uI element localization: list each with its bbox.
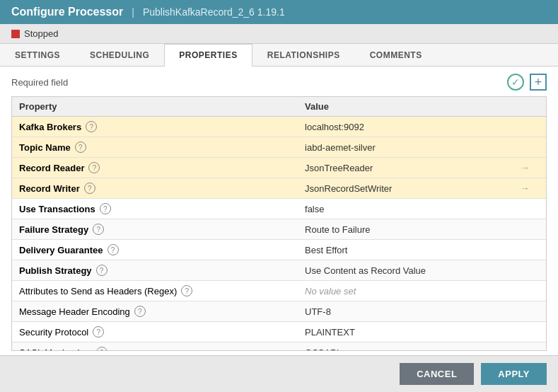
column-value: Value	[298, 97, 504, 117]
property-cell: Publish Strategy ?	[12, 260, 298, 281]
properties-table: Property Value Kafka Brokers ? localhost…	[12, 97, 546, 351]
value-cell: GSSAPI	[298, 342, 504, 352]
table-header-row: Property Value	[12, 97, 546, 117]
property-cell: Security Protocol ?	[12, 322, 298, 342]
property-name: SASL Mechanism	[19, 347, 92, 352]
tab-settings[interactable]: SETTINGS	[0, 44, 75, 66]
property-cell: Delivery Guarantee ?	[12, 240, 298, 260]
no-value-text: No value set	[305, 286, 356, 296]
footer: CANCEL APPLY	[0, 355, 558, 392]
property-name: Message Header Encoding	[19, 306, 130, 317]
value-cell: localhost:9092	[298, 117, 504, 137]
table-row: SASL Mechanism ? GSSAPI	[12, 342, 546, 352]
cancel-button[interactable]: CANCEL	[400, 363, 474, 385]
value-cell: JsonTreeReader	[298, 158, 504, 178]
property-cell: Use Transactions ?	[12, 199, 298, 219]
value-cell: PLAINTEXT	[298, 322, 504, 342]
property-cell: Attributes to Send as Headers (Regex) ?	[12, 281, 298, 301]
help-icon[interactable]: ?	[100, 203, 111, 214]
help-icon[interactable]: ?	[96, 347, 107, 351]
properties-table-container: Property Value Kafka Brokers ? localhost…	[11, 96, 547, 351]
check-icon[interactable]: ✓	[507, 74, 524, 91]
table-row: Use Transactions ? false	[12, 199, 546, 219]
arrow-icon[interactable]: →	[520, 162, 530, 173]
property-cell: Failure Strategy ?	[12, 219, 298, 240]
required-label: Required field	[11, 77, 68, 88]
table-row: Record Reader ? JsonTreeReader→	[12, 158, 546, 178]
tab-properties[interactable]: PROPERTIES	[164, 44, 252, 67]
help-icon[interactable]: ?	[86, 121, 97, 132]
property-name: Record Writer	[19, 183, 80, 194]
property-name: Kafka Brokers	[19, 122, 81, 132]
value-cell: false	[298, 199, 504, 219]
property-cell: Topic Name ?	[12, 137, 298, 158]
value-cell: iabd-aemet-silver	[298, 137, 504, 158]
property-name: Failure Strategy	[19, 224, 88, 235]
help-icon[interactable]: ?	[181, 285, 192, 296]
property-cell: SASL Mechanism ?	[12, 342, 298, 352]
table-row: Topic Name ? iabd-aemet-silver	[12, 137, 546, 158]
property-name: Record Reader	[19, 163, 84, 173]
action-cell	[504, 219, 546, 240]
header-subtitle: PublishKafkaRecord_2_6 1.19.1	[143, 6, 285, 18]
action-cell	[504, 342, 546, 352]
add-property-icon[interactable]: +	[530, 74, 547, 91]
action-cell	[504, 322, 546, 342]
property-name: Security Protocol	[19, 327, 88, 338]
property-name: Use Transactions	[19, 204, 95, 214]
help-icon[interactable]: ?	[84, 183, 95, 194]
property-name: Delivery Guarantee	[19, 245, 103, 255]
property-name: Attributes to Send as Headers (Regex)	[19, 286, 177, 296]
table-row: Record Writer ? JsonRecordSetWriter→	[12, 178, 546, 199]
help-icon[interactable]: ?	[75, 142, 86, 153]
action-cell	[504, 260, 546, 281]
header: Configure Processor | PublishKafkaRecord…	[0, 0, 558, 24]
action-cell: →	[504, 158, 546, 178]
value-cell: Best Effort	[298, 240, 504, 260]
content-area: Required field ✓ + Property Value Kafka …	[0, 67, 558, 358]
action-cell	[504, 301, 546, 322]
value-cell: JsonRecordSetWriter	[298, 178, 504, 199]
property-cell: Message Header Encoding ?	[12, 301, 298, 322]
arrow-icon[interactable]: →	[520, 183, 530, 194]
tab-scheduling[interactable]: SCHEDULING	[75, 44, 164, 66]
action-cell	[504, 137, 546, 158]
action-cell	[504, 281, 546, 301]
action-cell	[504, 240, 546, 260]
apply-button[interactable]: APPLY	[481, 363, 547, 385]
value-cell: No value set	[298, 281, 504, 301]
table-row: Security Protocol ? PLAINTEXT	[12, 322, 546, 342]
status-text: Stopped	[24, 28, 58, 39]
value-cell: Use Content as Record Value	[298, 260, 504, 281]
tab-bar: SETTINGSSCHEDULINGPROPERTIESRELATIONSHIP…	[0, 44, 558, 67]
value-cell: Route to Failure	[298, 219, 504, 240]
property-cell: Record Writer ?	[12, 178, 298, 199]
help-icon[interactable]: ?	[107, 244, 119, 255]
table-row: Delivery Guarantee ? Best Effort	[12, 240, 546, 260]
required-row: Required field ✓ +	[11, 74, 547, 91]
help-icon[interactable]: ?	[96, 265, 107, 276]
help-icon[interactable]: ?	[88, 162, 100, 173]
value-cell: UTF-8	[298, 301, 504, 322]
help-icon[interactable]: ?	[134, 306, 146, 317]
action-icons: ✓ +	[507, 74, 547, 91]
action-cell: →	[504, 178, 546, 199]
table-row: Message Header Encoding ? UTF-8	[12, 301, 546, 322]
table-row: Attributes to Send as Headers (Regex) ? …	[12, 281, 546, 301]
action-cell	[504, 117, 546, 137]
table-row: Publish Strategy ? Use Content as Record…	[12, 260, 546, 281]
property-name: Topic Name	[19, 142, 71, 153]
help-icon[interactable]: ?	[93, 326, 104, 338]
header-divider: |	[132, 6, 134, 18]
action-cell	[504, 199, 546, 219]
tab-relationships[interactable]: RELATIONSHIPS	[252, 44, 355, 66]
column-property: Property	[12, 97, 298, 117]
tab-comments[interactable]: COMMENTS	[355, 44, 437, 66]
property-cell: Kafka Brokers ?	[12, 117, 298, 137]
table-row: Failure Strategy ? Route to Failure	[12, 219, 546, 240]
page-title: Configure Processor	[11, 6, 123, 18]
help-icon[interactable]: ?	[93, 224, 104, 235]
table-row: Kafka Brokers ? localhost:9092	[12, 117, 546, 137]
property-cell: Record Reader ?	[12, 158, 298, 178]
stopped-indicator	[11, 30, 20, 38]
